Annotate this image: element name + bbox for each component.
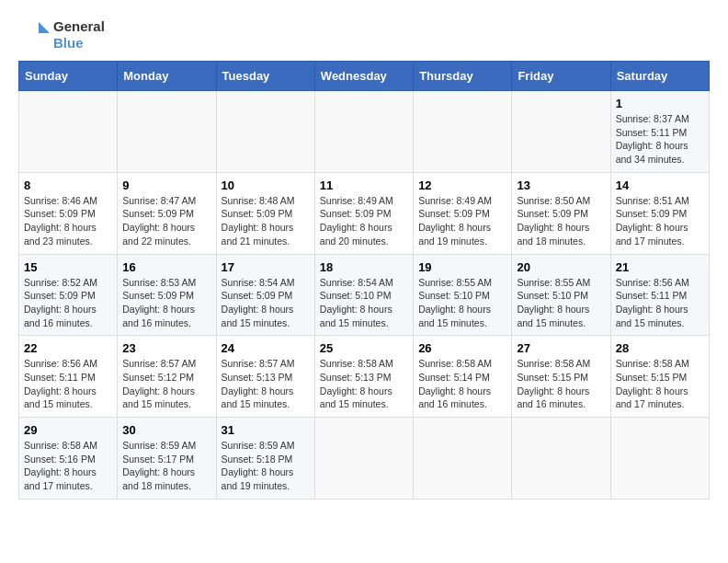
day-detail: Sunrise: 8:59 AMSunset: 5:18 PMDaylight:…	[222, 439, 310, 493]
day-number: 27	[517, 341, 605, 355]
calendar-cell: 13Sunrise: 8:50 AMSunset: 5:09 PMDayligh…	[512, 172, 610, 254]
weekday-header-sunday: Sunday	[19, 62, 118, 91]
calendar-cell: 14Sunrise: 8:51 AMSunset: 5:09 PMDayligh…	[610, 172, 709, 254]
day-number: 18	[320, 260, 408, 274]
day-detail: Sunrise: 8:46 AMSunset: 5:09 PMDaylight:…	[24, 194, 112, 248]
day-detail: Sunrise: 8:56 AMSunset: 5:11 PMDaylight:…	[616, 276, 704, 330]
weekday-header-row: SundayMondayTuesdayWednesdayThursdayFrid…	[19, 62, 710, 91]
calendar-cell: 9Sunrise: 8:47 AMSunset: 5:09 PMDaylight…	[118, 172, 216, 254]
calendar-cell	[216, 91, 314, 173]
day-number: 8	[24, 178, 112, 192]
day-number: 1	[616, 97, 704, 110]
logo-text: General Blue	[53, 18, 105, 52]
day-number: 9	[122, 178, 210, 192]
day-number: 26	[418, 341, 506, 355]
calendar-cell: 11Sunrise: 8:49 AMSunset: 5:09 PMDayligh…	[314, 172, 413, 254]
day-detail: Sunrise: 8:56 AMSunset: 5:11 PMDaylight:…	[24, 357, 112, 411]
calendar-cell: 29Sunrise: 8:58 AMSunset: 5:16 PMDayligh…	[19, 418, 118, 500]
calendar-cell: 26Sunrise: 8:58 AMSunset: 5:14 PMDayligh…	[414, 336, 512, 418]
day-number: 13	[517, 178, 605, 192]
calendar-cell: 31Sunrise: 8:59 AMSunset: 5:18 PMDayligh…	[216, 418, 314, 500]
calendar-cell: 8Sunrise: 8:46 AMSunset: 5:09 PMDaylight…	[19, 172, 118, 254]
weekday-header-thursday: Thursday	[414, 62, 512, 91]
calendar-week-row: 15Sunrise: 8:52 AMSunset: 5:09 PMDayligh…	[19, 254, 710, 336]
day-number: 19	[418, 260, 506, 274]
day-number: 29	[24, 423, 112, 437]
logo-container: General Blue	[18, 18, 105, 52]
day-number: 12	[418, 178, 506, 192]
day-detail: Sunrise: 8:55 AMSunset: 5:10 PMDaylight:…	[418, 276, 506, 330]
calendar-cell	[512, 418, 610, 500]
calendar-cell: 28Sunrise: 8:58 AMSunset: 5:15 PMDayligh…	[610, 336, 709, 418]
day-detail: Sunrise: 8:52 AMSunset: 5:09 PMDaylight:…	[24, 276, 112, 330]
calendar-cell: 25Sunrise: 8:58 AMSunset: 5:13 PMDayligh…	[314, 336, 413, 418]
day-detail: Sunrise: 8:59 AMSunset: 5:17 PMDaylight:…	[122, 439, 210, 493]
day-number: 15	[24, 260, 112, 274]
weekday-header-saturday: Saturday	[610, 62, 709, 91]
day-detail: Sunrise: 8:57 AMSunset: 5:12 PMDaylight:…	[122, 357, 210, 411]
calendar-cell	[414, 91, 512, 173]
calendar-cell	[512, 91, 610, 173]
calendar-cell	[314, 418, 413, 500]
day-detail: Sunrise: 8:58 AMSunset: 5:14 PMDaylight:…	[418, 357, 506, 411]
weekday-header-friday: Friday	[512, 62, 610, 91]
day-detail: Sunrise: 8:51 AMSunset: 5:09 PMDaylight:…	[616, 194, 704, 248]
day-number: 24	[222, 341, 310, 355]
day-number: 28	[616, 341, 704, 355]
day-detail: Sunrise: 8:47 AMSunset: 5:09 PMDaylight:…	[122, 194, 210, 248]
day-detail: Sunrise: 8:50 AMSunset: 5:09 PMDaylight:…	[517, 194, 605, 248]
logo-graphic	[18, 18, 51, 52]
calendar-cell: 24Sunrise: 8:57 AMSunset: 5:13 PMDayligh…	[216, 336, 314, 418]
day-number: 31	[222, 423, 310, 437]
calendar-cell: 18Sunrise: 8:54 AMSunset: 5:10 PMDayligh…	[314, 254, 413, 336]
calendar-cell: 12Sunrise: 8:49 AMSunset: 5:09 PMDayligh…	[414, 172, 512, 254]
day-detail: Sunrise: 8:53 AMSunset: 5:09 PMDaylight:…	[122, 276, 210, 330]
day-number: 23	[122, 341, 210, 355]
day-detail: Sunrise: 8:54 AMSunset: 5:10 PMDaylight:…	[320, 276, 408, 330]
day-detail: Sunrise: 8:58 AMSunset: 5:15 PMDaylight:…	[616, 357, 704, 411]
day-number: 14	[616, 178, 704, 192]
weekday-header-monday: Monday	[118, 62, 216, 91]
day-detail: Sunrise: 8:48 AMSunset: 5:09 PMDaylight:…	[222, 194, 310, 248]
day-number: 17	[222, 260, 310, 274]
day-detail: Sunrise: 8:57 AMSunset: 5:13 PMDaylight:…	[222, 357, 310, 411]
calendar-cell	[610, 418, 709, 500]
calendar-cell	[118, 91, 216, 173]
calendar-cell: 1Sunrise: 8:37 AMSunset: 5:11 PMDaylight…	[610, 91, 709, 173]
calendar-week-row: 1Sunrise: 8:37 AMSunset: 5:11 PMDaylight…	[19, 91, 710, 173]
day-number: 25	[320, 341, 408, 355]
calendar-cell: 17Sunrise: 8:54 AMSunset: 5:09 PMDayligh…	[216, 254, 314, 336]
weekday-header-tuesday: Tuesday	[216, 62, 314, 91]
day-number: 30	[122, 423, 210, 437]
logo-blue: Blue	[53, 35, 105, 52]
calendar-week-row: 29Sunrise: 8:58 AMSunset: 5:16 PMDayligh…	[19, 418, 710, 500]
day-number: 16	[122, 260, 210, 274]
calendar-cell	[314, 91, 413, 173]
day-detail: Sunrise: 8:58 AMSunset: 5:13 PMDaylight:…	[320, 357, 408, 411]
calendar-cell	[19, 91, 118, 173]
logo: General Blue	[18, 18, 105, 52]
calendar-cell: 15Sunrise: 8:52 AMSunset: 5:09 PMDayligh…	[19, 254, 118, 336]
calendar-week-row: 22Sunrise: 8:56 AMSunset: 5:11 PMDayligh…	[19, 336, 710, 418]
day-detail: Sunrise: 8:37 AMSunset: 5:11 PMDaylight:…	[616, 112, 704, 167]
calendar-cell	[414, 418, 512, 500]
day-detail: Sunrise: 8:49 AMSunset: 5:09 PMDaylight:…	[418, 194, 506, 248]
day-number: 10	[222, 178, 310, 192]
page-header: General Blue	[18, 18, 710, 52]
day-number: 20	[517, 260, 605, 274]
logo-general: General	[53, 18, 105, 35]
day-detail: Sunrise: 8:55 AMSunset: 5:10 PMDaylight:…	[517, 276, 605, 330]
day-detail: Sunrise: 8:54 AMSunset: 5:09 PMDaylight:…	[222, 276, 310, 330]
calendar-cell: 20Sunrise: 8:55 AMSunset: 5:10 PMDayligh…	[512, 254, 610, 336]
calendar-cell: 21Sunrise: 8:56 AMSunset: 5:11 PMDayligh…	[610, 254, 709, 336]
day-number: 11	[320, 178, 408, 192]
calendar-cell: 22Sunrise: 8:56 AMSunset: 5:11 PMDayligh…	[19, 336, 118, 418]
weekday-header-wednesday: Wednesday	[314, 62, 413, 91]
calendar-cell: 19Sunrise: 8:55 AMSunset: 5:10 PMDayligh…	[414, 254, 512, 336]
calendar-cell: 23Sunrise: 8:57 AMSunset: 5:12 PMDayligh…	[118, 336, 216, 418]
calendar-cell: 10Sunrise: 8:48 AMSunset: 5:09 PMDayligh…	[216, 172, 314, 254]
calendar-cell: 30Sunrise: 8:59 AMSunset: 5:17 PMDayligh…	[118, 418, 216, 500]
calendar-cell: 27Sunrise: 8:58 AMSunset: 5:15 PMDayligh…	[512, 336, 610, 418]
day-detail: Sunrise: 8:49 AMSunset: 5:09 PMDaylight:…	[320, 194, 408, 248]
day-detail: Sunrise: 8:58 AMSunset: 5:16 PMDaylight:…	[24, 439, 112, 493]
